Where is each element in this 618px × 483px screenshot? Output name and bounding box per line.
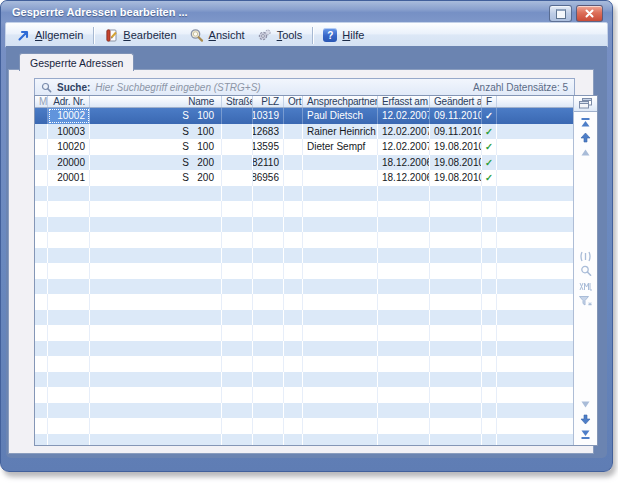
- search-records-button[interactable]: [577, 265, 594, 278]
- table-row-empty[interactable]: [35, 294, 573, 310]
- table-cell: [284, 403, 303, 419]
- table-cell: [90, 372, 222, 388]
- help-icon: ?: [322, 28, 338, 43]
- table-cell: 09.11.2010: [430, 108, 482, 124]
- menu-item-ansicht[interactable]: Ansicht: [184, 26, 252, 45]
- table-cell: [253, 294, 284, 310]
- table-row[interactable]: 10020S 10013595Dieter Sempf12.02.200719.…: [35, 139, 573, 155]
- menu-separator: [312, 27, 314, 44]
- table-cell: [430, 325, 482, 341]
- next-row-button[interactable]: [577, 413, 594, 426]
- table-cell: [90, 217, 222, 233]
- table-cell: [303, 263, 378, 279]
- table-cell: 10020: [48, 139, 90, 155]
- column-header-Adr. Nr.[interactable]: Adr. Nr.: [48, 96, 90, 107]
- menu-item-hilfe[interactable]: ? Hilfe: [317, 26, 371, 45]
- export-xml-button[interactable]: [577, 280, 594, 293]
- table-cell: [430, 186, 482, 202]
- table-cell: [90, 279, 222, 295]
- table-row-empty[interactable]: [35, 201, 573, 217]
- close-button[interactable]: [576, 5, 603, 22]
- row-count-button[interactable]: [577, 250, 594, 263]
- table-row[interactable]: 10003S 10012683Rainer Heinrich12.02.2007…: [35, 124, 573, 140]
- table-cell: [222, 356, 253, 372]
- table-cell: [48, 310, 90, 326]
- scroll-up-button[interactable]: [577, 146, 594, 159]
- menu-bar: Allgemein Bearbeiten: [5, 22, 608, 48]
- table-row-empty[interactable]: [35, 341, 573, 357]
- table-cell: [35, 310, 48, 326]
- restore-button[interactable]: [549, 5, 572, 22]
- filter-button[interactable]: [577, 295, 594, 308]
- table-cell: [90, 201, 222, 217]
- column-header-Straße[interactable]: Straße: [222, 96, 253, 107]
- table-cell: [35, 139, 48, 155]
- table-row-empty[interactable]: [35, 186, 573, 202]
- menu-separator: [93, 27, 95, 44]
- table-row-empty[interactable]: [35, 372, 573, 388]
- goto-first-icon: [580, 117, 591, 128]
- column-header-PLZ[interactable]: PLZ: [253, 96, 284, 107]
- table-cell: [35, 155, 48, 171]
- table-row-empty[interactable]: [35, 356, 573, 372]
- table-row[interactable]: 20000S 2008211018.12.200619.08.2010✓: [35, 155, 573, 171]
- table-row-empty[interactable]: [35, 310, 573, 326]
- table-cell: [284, 248, 303, 264]
- table-cell: [222, 217, 253, 233]
- goto-first-row-button[interactable]: [577, 116, 594, 129]
- table-row-empty[interactable]: [35, 403, 573, 419]
- table-cell: [35, 108, 48, 124]
- table-row-empty[interactable]: [35, 279, 573, 295]
- table-cell: [497, 325, 573, 341]
- table-cell: [35, 248, 48, 264]
- table-cell: [430, 279, 482, 295]
- table-cell: [497, 310, 573, 326]
- menu-item-bearbeiten[interactable]: Bearbeiten: [98, 26, 183, 45]
- column-header-F[interactable]: F: [482, 96, 497, 107]
- goto-last-row-button[interactable]: [577, 428, 594, 441]
- column-header-Geändert am[interactable]: Geändert am: [430, 96, 482, 107]
- scroll-down-button[interactable]: [577, 398, 594, 411]
- table-cell: [303, 201, 378, 217]
- tab-label: Gesperrte Adressen: [30, 57, 123, 69]
- table-row[interactable]: 20001S 2008695618.12.200619.08.2010✓: [35, 170, 573, 186]
- table-row-empty[interactable]: [35, 263, 573, 279]
- column-header-Ort[interactable]: Ort: [284, 96, 303, 107]
- table-cell: [378, 387, 430, 403]
- column-header-Ansprechpartner[interactable]: Ansprechpartner: [303, 96, 378, 107]
- menu-item-tools[interactable]: Tools: [252, 26, 310, 45]
- title-bar[interactable]: Gesperrte Adressen bearbeiten ...: [1, 1, 612, 22]
- table-cell: [430, 341, 482, 357]
- table-cell: [284, 356, 303, 372]
- tab-gesperrte-adressen[interactable]: Gesperrte Adressen: [19, 53, 134, 71]
- column-chooser-button[interactable]: [574, 96, 597, 112]
- table-cell: [482, 387, 497, 403]
- search-input[interactable]: Hier Suchbegriff eingeben (STRG+S): [95, 82, 473, 93]
- column-header-Erfasst am[interactable]: Erfasst am: [378, 96, 430, 107]
- table-row-empty[interactable]: [35, 434, 573, 447]
- table-row-empty[interactable]: [35, 248, 573, 264]
- menu-item-allgemein[interactable]: Allgemein: [10, 26, 90, 45]
- table-cell: 20000: [48, 155, 90, 171]
- table-cell: [48, 232, 90, 248]
- table-cell: [303, 310, 378, 326]
- table-cell: [303, 186, 378, 202]
- check-icon: ✓: [482, 155, 497, 171]
- previous-row-button[interactable]: [577, 131, 594, 144]
- table-cell: [90, 356, 222, 372]
- column-header-M[interactable]: M: [35, 96, 48, 107]
- column-header-Name[interactable]: Name: [90, 96, 222, 107]
- table-cell: [284, 170, 303, 186]
- table-cell: [497, 155, 573, 171]
- table-cell: [90, 434, 222, 447]
- table-cell: [303, 403, 378, 419]
- table-row-empty[interactable]: [35, 418, 573, 434]
- table-row-empty[interactable]: [35, 387, 573, 403]
- table-cell: [222, 108, 253, 124]
- table-cell: [378, 310, 430, 326]
- table-row[interactable]: 10002S 10010319Paul Dietsch12.02.200709.…: [35, 108, 573, 124]
- table-row-empty[interactable]: [35, 232, 573, 248]
- table-row-empty[interactable]: [35, 325, 573, 341]
- table-row-empty[interactable]: [35, 217, 573, 233]
- table-cell: [497, 170, 573, 186]
